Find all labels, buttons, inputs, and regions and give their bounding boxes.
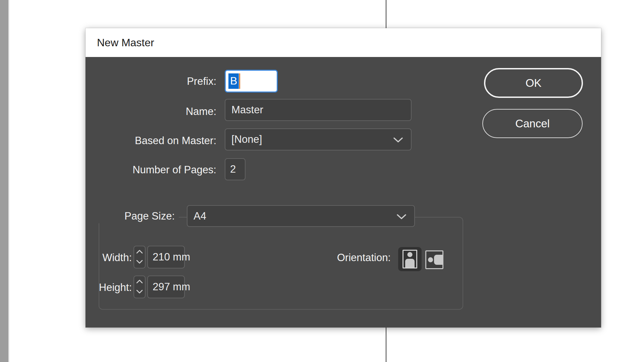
prefix-selected-text: B — [228, 73, 239, 89]
cancel-button[interactable]: Cancel — [482, 109, 583, 138]
width-label: Width: — [86, 251, 132, 265]
ok-button[interactable]: OK — [484, 68, 583, 98]
based-on-master-dropdown[interactable]: [None] — [225, 128, 412, 150]
page-size-dropdown[interactable]: A4 — [187, 205, 415, 227]
width-stepper[interactable] — [133, 246, 146, 268]
landscape-orientation-button[interactable] — [425, 250, 443, 269]
height-value: 297 mm — [153, 281, 190, 293]
portrait-orientation-button[interactable] — [398, 247, 422, 271]
dialog-body: Prefix: B Name: Master Based on Master: … — [86, 57, 601, 327]
number-of-pages-value: 2 — [230, 163, 236, 175]
name-input[interactable]: Master — [225, 99, 412, 121]
orientation-label: Orientation: — [320, 251, 391, 265]
dialog-title: New Master — [97, 37, 154, 49]
height-input[interactable]: 297 mm — [147, 276, 185, 298]
height-label: Height: — [86, 281, 132, 295]
based-on-master-label: Based on Master: — [101, 134, 216, 148]
width-input[interactable]: 210 mm — [147, 246, 185, 268]
page-size-label: Page Size: — [98, 209, 179, 223]
width-value: 210 mm — [153, 251, 190, 263]
pasteboard-left-strip — [0, 0, 9, 362]
number-of-pages-label: Number of Pages: — [101, 163, 216, 177]
based-on-master-value: [None] — [231, 133, 262, 145]
chevron-up-icon[interactable] — [136, 249, 143, 255]
prefix-input[interactable]: B — [225, 70, 278, 93]
page-size-value: A4 — [194, 210, 206, 222]
portrait-orientation-icon — [402, 250, 417, 268]
number-of-pages-input[interactable]: 2 — [225, 158, 246, 180]
chevron-down-icon — [393, 133, 403, 145]
chevron-down-icon — [397, 210, 406, 222]
cancel-button-label: Cancel — [515, 117, 550, 130]
height-stepper[interactable] — [133, 276, 146, 298]
name-value: Master — [231, 104, 263, 116]
chevron-down-icon[interactable] — [136, 289, 143, 295]
chevron-up-icon[interactable] — [136, 279, 143, 285]
ok-button-label: OK — [526, 77, 542, 89]
chevron-down-icon[interactable] — [136, 259, 143, 265]
name-label: Name: — [101, 105, 216, 119]
text-caret — [239, 73, 240, 89]
dialog-titlebar[interactable]: New Master — [86, 28, 601, 57]
prefix-label: Prefix: — [101, 74, 216, 88]
new-master-dialog: New Master Prefix: B Name: Master Based … — [86, 28, 601, 327]
